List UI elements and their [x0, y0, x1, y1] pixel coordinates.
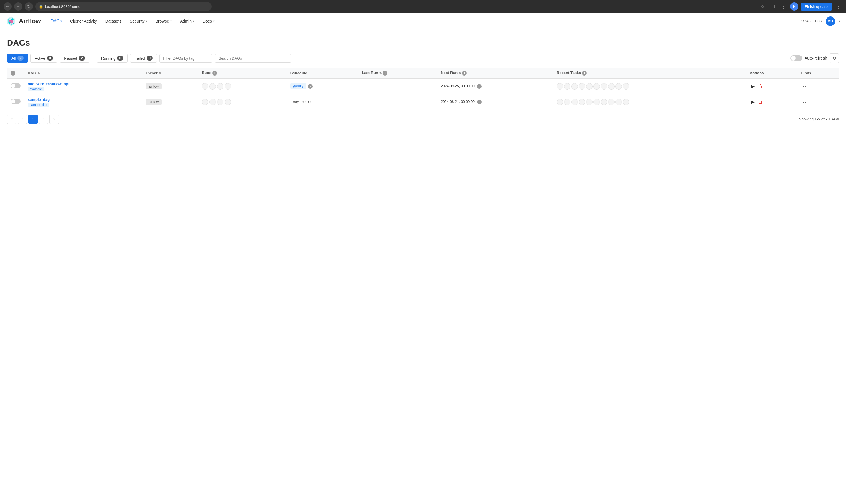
- au-avatar[interactable]: AU: [826, 16, 835, 26]
- finish-update-button[interactable]: Finish update: [801, 3, 832, 11]
- task-circle: [571, 99, 578, 105]
- nav-item-cluster-activity[interactable]: Cluster Activity: [66, 13, 101, 30]
- filter-active-count: 0: [47, 56, 53, 60]
- lastrun-info-icon[interactable]: i: [383, 71, 387, 75]
- nav-item-dags[interactable]: DAGs: [47, 13, 66, 30]
- dag-tag-1[interactable]: example: [28, 87, 44, 91]
- run-circle: [217, 99, 224, 105]
- dag-toggle-1[interactable]: [11, 83, 21, 88]
- nav-item-browse[interactable]: Browse ▾: [152, 13, 176, 30]
- task-circle: [615, 99, 622, 105]
- nav-item-datasets[interactable]: Datasets: [101, 13, 126, 30]
- brand-logo[interactable]: Airflow: [6, 16, 41, 26]
- filter-failed-label: Failed: [135, 56, 145, 60]
- k-avatar[interactable]: K: [790, 2, 798, 11]
- nav-item-docs[interactable]: Docs ▾: [198, 13, 219, 30]
- prev-page-button[interactable]: ‹: [18, 114, 27, 124]
- nav-item-admin[interactable]: Admin ▾: [176, 13, 198, 30]
- task-circle: [601, 99, 607, 105]
- tag-filter-input[interactable]: [159, 54, 212, 62]
- recenttasks-info-icon[interactable]: i: [582, 71, 587, 75]
- user-chevron-icon: ▾: [839, 19, 840, 23]
- address-bar[interactable]: 🔒 localhost:8080/home: [35, 2, 212, 11]
- runs-info-icon[interactable]: i: [212, 71, 217, 75]
- page-1-button[interactable]: 1: [28, 114, 38, 124]
- filter-running-button[interactable]: Running 0: [97, 54, 128, 62]
- star-icon[interactable]: ☆: [758, 2, 766, 11]
- more-links-button-2[interactable]: ⋯: [801, 99, 806, 105]
- th-schedule: Schedule: [287, 68, 358, 78]
- play-button-2[interactable]: ▶: [750, 98, 756, 106]
- dag-toggle-2[interactable]: [11, 99, 21, 104]
- dag-table: i DAG ⇅ Owner ⇅ Runs i Schedule Last Run…: [7, 68, 839, 110]
- auto-refresh-toggle[interactable]: [790, 55, 802, 61]
- filter-failed-count: 0: [147, 56, 153, 60]
- recent-tasks-cell-2: [553, 94, 746, 110]
- run-circle: [202, 83, 208, 90]
- search-input[interactable]: [215, 54, 291, 62]
- table-header: i DAG ⇅ Owner ⇅ Runs i Schedule Last Run…: [7, 68, 839, 78]
- table-row: dag_with_taskflow_api example airflow @d…: [7, 78, 839, 94]
- filter-paused-button[interactable]: Paused 2: [60, 54, 89, 62]
- run-circle: [202, 99, 208, 105]
- task-circle: [608, 83, 615, 90]
- dag-tag-2[interactable]: sample_dag: [28, 103, 49, 107]
- runs-cell-1: [198, 78, 287, 94]
- time-text: 15:48 UTC: [801, 19, 819, 23]
- last-page-button[interactable]: »: [49, 114, 59, 124]
- actions-cell-1: ▶ 🗑: [746, 78, 798, 94]
- filter-all-button[interactable]: All 2: [7, 54, 28, 62]
- delete-button-2[interactable]: 🗑: [757, 98, 764, 106]
- th-owner: Owner ⇅: [142, 68, 198, 78]
- reload-button[interactable]: ↻: [25, 2, 33, 11]
- filter-all-label: All: [12, 56, 16, 60]
- lastrun-sort-icon[interactable]: ⇅: [379, 71, 382, 75]
- brand-name: Airflow: [19, 17, 41, 25]
- extensions-icon[interactable]: □: [769, 2, 777, 11]
- browser-right-icons: ☆ □ ⋮ K Finish update ⋮: [758, 2, 843, 11]
- dag-name-cell-2: sample_dag sample_dag: [24, 94, 142, 110]
- task-circle: [594, 83, 600, 90]
- delete-button-1[interactable]: 🗑: [757, 83, 764, 90]
- forward-button[interactable]: →: [14, 2, 22, 11]
- dag-name-1[interactable]: dag_with_taskflow_api: [28, 82, 139, 86]
- filter-failed-button[interactable]: Failed 0: [130, 54, 157, 62]
- nextrun-sort-icon[interactable]: ⇅: [459, 71, 461, 75]
- nextrun-detail-icon-1[interactable]: i: [477, 84, 482, 89]
- page-content: DAGs All 2 Active 0 Paused 2 Running 0 F…: [0, 30, 846, 504]
- nextrun-detail-icon-2[interactable]: i: [477, 100, 482, 104]
- play-button-1[interactable]: ▶: [750, 82, 756, 90]
- nextrun-info-icon[interactable]: i: [462, 71, 467, 75]
- actions-group-2: ▶ 🗑: [750, 98, 794, 106]
- actions-cell-2: ▶ 🗑: [746, 94, 798, 110]
- links-cell-2: ⋯: [797, 94, 839, 110]
- links-cell-1: ⋯: [797, 78, 839, 94]
- actions-group-1: ▶ 🗑: [750, 82, 794, 90]
- nav-item-security[interactable]: Security ▾: [126, 13, 152, 30]
- first-page-button[interactable]: «: [7, 114, 16, 124]
- more-options-icon[interactable]: ⋮: [834, 2, 843, 11]
- owner-sort-icon[interactable]: ⇅: [159, 72, 161, 75]
- schedule-info-icon-1[interactable]: i: [308, 84, 313, 89]
- time-display: 15:48 UTC ▾: [801, 19, 822, 23]
- filter-active-button[interactable]: Active 0: [30, 54, 57, 62]
- toggle-cell-1: [7, 78, 24, 94]
- showing-total: 2: [825, 117, 827, 121]
- table-info-icon[interactable]: i: [11, 71, 15, 75]
- auto-refresh-area: Auto-refresh ↻: [790, 53, 839, 63]
- airflow-logo-icon: [6, 16, 16, 26]
- next-page-button[interactable]: ›: [39, 114, 48, 124]
- task-circle: [571, 83, 578, 90]
- auto-refresh-label: Auto-refresh: [805, 56, 827, 60]
- refresh-button[interactable]: ↻: [830, 53, 839, 63]
- security-chevron-icon: ▾: [146, 19, 147, 23]
- recent-tasks-cell-1: [553, 78, 746, 94]
- run-circle: [225, 83, 231, 90]
- menu-icon[interactable]: ⋮: [779, 2, 788, 11]
- dag-name-2[interactable]: sample_dag: [28, 97, 139, 102]
- page-title: DAGs: [7, 38, 839, 48]
- dag-sort-icon[interactable]: ⇅: [37, 72, 40, 75]
- task-circle: [579, 99, 585, 105]
- back-button[interactable]: ←: [3, 2, 12, 11]
- more-links-button-1[interactable]: ⋯: [801, 84, 806, 89]
